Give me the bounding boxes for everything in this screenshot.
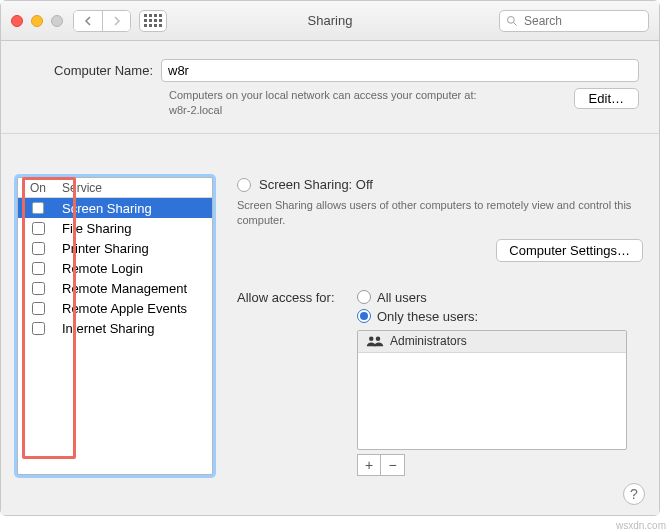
detail-title: Screen Sharing: Off <box>259 177 373 192</box>
computer-name-label: Computer Name: <box>1 63 161 78</box>
service-on-checkbox[interactable] <box>32 262 45 275</box>
service-on-checkbox[interactable] <box>32 242 45 255</box>
service-label: Screen Sharing <box>58 201 152 216</box>
service-row[interactable]: File Sharing <box>18 218 212 238</box>
add-user-button[interactable]: + <box>357 454 381 476</box>
services-header: On Service <box>18 178 212 198</box>
search-field[interactable] <box>499 10 649 32</box>
service-row[interactable]: Printer Sharing <box>18 238 212 258</box>
sharing-preferences-window: Sharing Computer Name: Computers on your… <box>0 0 660 516</box>
user-name: Administrators <box>390 334 467 348</box>
column-service: Service <box>58 181 102 195</box>
users-row[interactable]: Administrators <box>358 331 626 353</box>
help-button[interactable]: ? <box>623 483 645 505</box>
search-input[interactable] <box>522 13 642 29</box>
forward-button[interactable] <box>102 11 130 31</box>
titlebar: Sharing <box>1 1 659 41</box>
radio-all-users[interactable] <box>357 290 371 304</box>
service-on-checkbox[interactable] <box>32 322 45 335</box>
window-controls <box>11 15 63 27</box>
computer-settings-button[interactable]: Computer Settings… <box>496 239 643 262</box>
service-label: Remote Management <box>58 281 187 296</box>
users-list[interactable]: Administrators <box>357 330 627 450</box>
service-label: Remote Login <box>58 261 143 276</box>
svg-point-2 <box>369 337 374 342</box>
access-label: Allow access for: <box>237 290 357 305</box>
minimize-window-button[interactable] <box>31 15 43 27</box>
service-on-checkbox[interactable] <box>32 202 44 214</box>
service-on-checkbox[interactable] <box>32 282 45 295</box>
service-label: Internet Sharing <box>58 321 155 336</box>
service-label: File Sharing <box>58 221 131 236</box>
close-window-button[interactable] <box>11 15 23 27</box>
svg-point-3 <box>376 337 381 342</box>
services-list[interactable]: On Service Screen SharingFile SharingPri… <box>17 177 213 475</box>
detail-title-row: Screen Sharing: Off <box>237 177 643 192</box>
nav-back-forward <box>73 10 131 32</box>
column-on: On <box>18 181 58 195</box>
service-detail: Screen Sharing: Off Screen Sharing allow… <box>213 177 643 475</box>
main-area: On Service Screen SharingFile SharingPri… <box>1 163 659 515</box>
computer-name-row: Computer Name: <box>1 41 659 88</box>
computer-name-input[interactable] <box>161 59 639 82</box>
service-label: Printer Sharing <box>58 241 149 256</box>
edit-hostname-button[interactable]: Edit… <box>574 88 639 109</box>
zoom-window-button[interactable] <box>51 15 63 27</box>
watermark: wsxdn.com <box>616 520 666 531</box>
svg-point-0 <box>508 16 515 23</box>
hint-line-2: w8r-2.local <box>169 104 222 116</box>
hint-line-1: Computers on your local network can acce… <box>169 89 477 101</box>
option-all-users[interactable]: All users <box>377 290 427 305</box>
users-add-remove: + − <box>357 454 643 476</box>
detail-description: Screen Sharing allows users of other com… <box>237 198 643 229</box>
access-section: Allow access for: All users Only these u… <box>237 262 643 476</box>
apps-grid-icon <box>144 14 162 27</box>
computer-name-hint: Computers on your local network can acce… <box>169 88 477 119</box>
option-only-users[interactable]: Only these users: <box>377 309 478 324</box>
service-row[interactable]: Remote Management <box>18 278 212 298</box>
remove-user-button[interactable]: − <box>381 454 405 476</box>
back-button[interactable] <box>74 11 102 31</box>
show-all-prefs-button[interactable] <box>139 10 167 32</box>
body: Computer Name: Computers on your local n… <box>1 41 659 515</box>
computer-name-hint-row: Computers on your local network can acce… <box>1 88 659 119</box>
divider <box>1 133 659 134</box>
service-row[interactable]: Internet Sharing <box>18 318 212 338</box>
status-indicator-icon <box>237 178 251 192</box>
search-icon <box>506 15 518 27</box>
service-row[interactable]: Screen Sharing <box>18 198 212 218</box>
service-label: Remote Apple Events <box>58 301 187 316</box>
people-icon <box>366 335 384 347</box>
service-row[interactable]: Remote Login <box>18 258 212 278</box>
radio-only-users[interactable] <box>357 309 371 323</box>
service-row[interactable]: Remote Apple Events <box>18 298 212 318</box>
svg-line-1 <box>514 22 517 25</box>
service-on-checkbox[interactable] <box>32 222 45 235</box>
service-on-checkbox[interactable] <box>32 302 45 315</box>
